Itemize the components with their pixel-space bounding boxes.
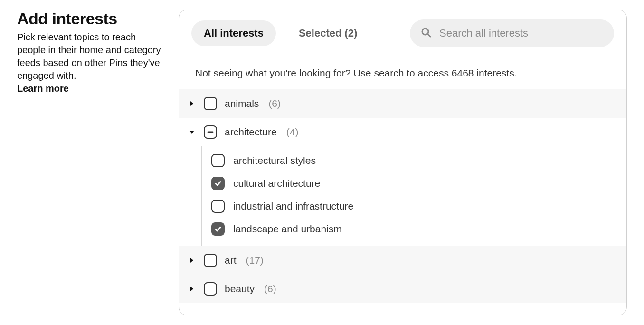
search-input[interactable] <box>439 27 604 39</box>
category-children: architectural stylescultural architectur… <box>201 146 626 246</box>
tab-all-interests[interactable]: All interests <box>191 20 276 46</box>
interest-tree: animals(6)architecture(4)architectural s… <box>179 89 626 303</box>
category-checkbox[interactable] <box>204 125 217 139</box>
category-row: beauty(6) <box>179 275 626 303</box>
category-count: (4) <box>286 126 299 138</box>
subcategory-row: industrial and infrastructure <box>202 195 626 218</box>
sidebar: Add interests Pick relevant topics to re… <box>17 10 169 315</box>
subcategory-row: architectural styles <box>202 149 626 172</box>
search-hint: Not seeing what you're looking for? Use … <box>179 57 626 89</box>
panel-header: All interests Selected (2) <box>179 10 626 57</box>
category-count: (6) <box>268 98 281 109</box>
interests-panel: All interests Selected (2) Not seeing wh… <box>179 10 627 315</box>
subcategory-label: industrial and infrastructure <box>233 201 353 212</box>
category-label: architecture <box>225 126 277 138</box>
subcategory-row: landscape and urbanism <box>202 218 626 240</box>
category-checkbox[interactable] <box>204 97 217 110</box>
expand-arrow-icon[interactable] <box>188 286 196 292</box>
expand-arrow-icon[interactable] <box>188 101 196 106</box>
search-icon <box>420 27 432 40</box>
search-box[interactable] <box>410 19 614 47</box>
subcategory-checkbox[interactable] <box>211 177 225 190</box>
category-checkbox[interactable] <box>204 254 217 267</box>
category-row: animals(6) <box>179 89 626 118</box>
subcategory-checkbox[interactable] <box>211 222 225 236</box>
subcategory-checkbox[interactable] <box>211 200 225 213</box>
category-count: (6) <box>264 283 276 295</box>
subcategory-label: landscape and urbanism <box>233 223 342 235</box>
category-row: art(17) <box>179 246 626 275</box>
subcategory-checkbox[interactable] <box>211 154 225 167</box>
category-label: beauty <box>225 283 255 295</box>
page-title: Add interests <box>17 10 164 28</box>
category-checkbox[interactable] <box>204 282 217 296</box>
category-label: animals <box>225 98 259 109</box>
expand-arrow-icon[interactable] <box>188 258 196 263</box>
page-description: Pick relevant topics to reach people in … <box>17 31 164 82</box>
subcategory-label: architectural styles <box>233 155 316 166</box>
svg-line-1 <box>428 34 430 37</box>
category-row: architecture(4) <box>179 118 626 146</box>
category-count: (17) <box>246 255 264 266</box>
category-label: art <box>225 255 237 266</box>
expand-arrow-icon[interactable] <box>188 129 196 135</box>
learn-more-link[interactable]: Learn more <box>17 83 69 94</box>
subcategory-label: cultural architecture <box>233 178 320 189</box>
tab-selected[interactable]: Selected (2) <box>286 20 370 46</box>
subcategory-row: cultural architecture <box>202 172 626 195</box>
